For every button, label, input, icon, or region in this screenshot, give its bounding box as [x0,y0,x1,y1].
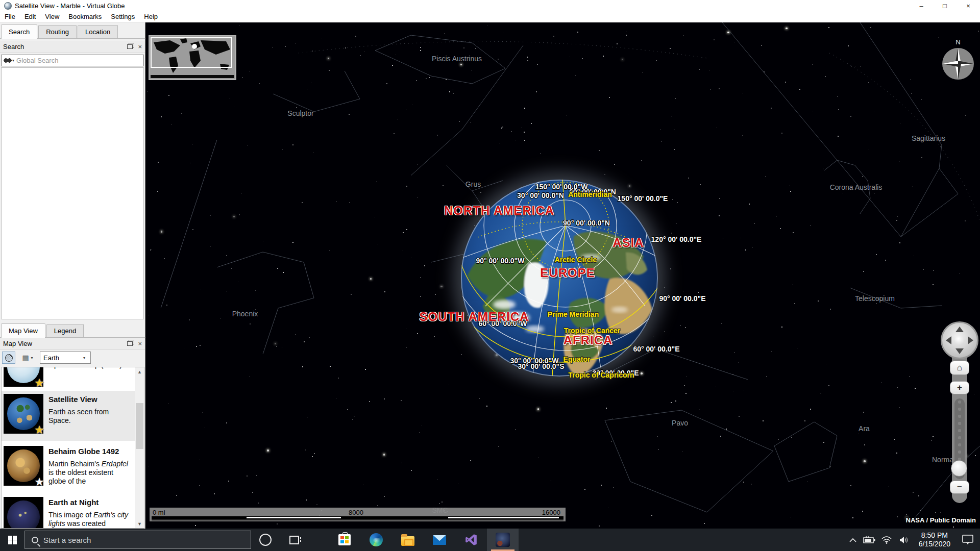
pan-dpad[interactable] [941,321,978,359]
continent-label: SOUTH AMERICA [420,310,529,324]
pan-right-icon[interactable] [968,336,973,344]
menu-bookmarks[interactable]: Bookmarks [64,12,106,21]
list-item-satellite-view[interactable]: ★ Satellite View Earth as seen from Spac… [2,391,135,441]
map-description: This image of [48,511,93,519]
map-description: was created [65,519,106,528]
tropic-of-capricorn-label: Tropic of Capricorn [568,371,634,379]
mail-icon [433,535,446,545]
float-panel-icon[interactable] [127,341,133,346]
menu-file[interactable]: File [0,12,20,21]
list-item-earth-at-night[interactable]: Earth at Night This image of Earth's cit… [2,494,135,529]
equator-label: Equator [564,355,591,363]
celestial-body-select[interactable]: Earth ▾ [40,352,91,364]
taskbar-app-store[interactable] [329,529,360,551]
list-item-openstreetmap[interactable]: ★ created by the OpenStreetMap (OSM) [2,367,135,390]
tab-legend[interactable]: Legend [46,324,84,337]
scrollbar-thumb[interactable] [136,403,143,449]
menu-edit[interactable]: Edit [20,12,40,21]
file-explorer-icon [401,536,414,546]
continent-label: AFRICA [564,333,613,347]
scroll-up-icon[interactable]: ▲ [135,367,144,376]
constellation-label: Pavo [672,419,688,427]
zoom-out-button[interactable]: − [950,481,969,494]
menu-view[interactable]: View [40,12,64,21]
projection-menu-button[interactable]: ▦ ▾ [18,352,37,364]
continent-label: NORTH AMERICA [444,204,554,218]
marble-window: Satellite View - Marble - Virtual Globe … [0,0,980,551]
microsoft-store-icon [338,534,351,545]
coordinate-label: 90° 00' 00.0"W [476,257,525,265]
scale-baseline [152,519,564,520]
compass-rose[interactable]: N [937,37,979,84]
search-results-area[interactable] [1,67,144,319]
coordinate-label: 30° 00' 00.0"S [518,362,564,370]
taskbar-app-mail[interactable] [424,529,455,551]
action-center-button[interactable] [955,529,980,551]
tray-chevron-up-icon[interactable] [845,529,861,551]
attribution-label: NASA / Public Domain [906,516,976,524]
tab-map-view[interactable]: Map View [1,323,45,338]
favorite-star-icon[interactable]: ★ [34,477,44,488]
close-panel-icon[interactable]: × [138,43,142,51]
menu-help[interactable]: Help [139,12,162,21]
pan-up-icon[interactable] [955,327,964,332]
home-button[interactable]: ⌂ [950,361,969,375]
constellation-label: Ara [859,424,870,433]
close-button[interactable]: × [957,0,980,11]
combo-caret-icon: ▾ [83,356,85,360]
pan-left-icon[interactable] [946,336,951,344]
map-title: Earth at Night [48,498,129,507]
favorite-star-icon[interactable]: ★ [34,424,44,436]
zoom-in-button[interactable]: + [950,381,969,394]
scale-label-start: 0 mi [153,509,165,516]
cortana-button[interactable] [251,529,280,551]
close-panel-icon[interactable]: × [138,340,142,347]
pan-center-button[interactable] [954,335,965,345]
tab-search[interactable]: Search [1,24,37,39]
minimize-button[interactable]: – [910,0,933,11]
float-panel-icon[interactable] [127,44,133,49]
start-button[interactable] [0,529,24,551]
taskbar-app-marble[interactable] [487,529,519,551]
battery-icon[interactable] [861,529,878,551]
scroll-down-icon[interactable]: ▼ [135,519,144,528]
taskbar-app-visual-studio[interactable] [455,529,487,551]
taskbar-search-box[interactable] [24,531,251,549]
taskbar-app-edge[interactable] [360,529,392,551]
tab-location[interactable]: Location [78,25,118,38]
search-panel-title: Search [3,43,24,51]
pan-down-icon[interactable] [955,348,964,354]
globe-projection-button[interactable] [2,352,15,364]
scale-bar: 0 mi 8000 16000 [150,508,566,521]
taskbar-app-file-explorer[interactable] [392,529,424,551]
taskbar-search-input[interactable] [43,536,237,544]
map-thumbnail: ★ [4,394,43,434]
list-scrollbar[interactable]: ▲ ▼ [135,367,144,528]
list-item-behaim-globe[interactable]: ★ Behaim Globe 1492 Martin Behaim's Erda… [2,443,135,492]
taskbar-clock[interactable]: 8:50 PM 6/15/2020 [914,531,955,548]
binoculars-icon[interactable] [4,58,12,63]
global-search-box: ▾ [1,55,144,66]
task-view-button[interactable] [280,529,308,551]
menu-settings[interactable]: Settings [106,12,139,21]
task-view-icon [289,536,299,544]
wifi-icon[interactable] [878,529,895,551]
globe-projection-icon [5,354,13,362]
continent-label: ASIA [612,236,644,250]
visual-studio-icon [464,533,478,546]
scale-label-end: 16000 [542,509,560,516]
speaker-icon[interactable] [895,529,914,551]
map-title: Satellite View [48,395,129,404]
maximize-button[interactable]: □ [933,0,957,11]
search-options-caret-icon[interactable]: ▾ [12,58,14,63]
constellation-label: Sculptor [287,109,313,117]
coordinate-label: 90° 00' 00.0"N [563,219,610,227]
zoom-slider-handle[interactable] [951,460,967,477]
favorite-star-icon[interactable]: ★ [34,378,44,389]
tab-routing[interactable]: Routing [38,25,77,38]
map-canvas[interactable]: Piscis Austrinus Sculptor Grus Phoenix S… [145,22,980,529]
search-input[interactable] [16,57,143,64]
overview-map[interactable] [149,35,236,80]
constellation-label: Phoenix [232,310,258,318]
coordinate-label: 120° 00' 00.0"E [651,235,702,243]
